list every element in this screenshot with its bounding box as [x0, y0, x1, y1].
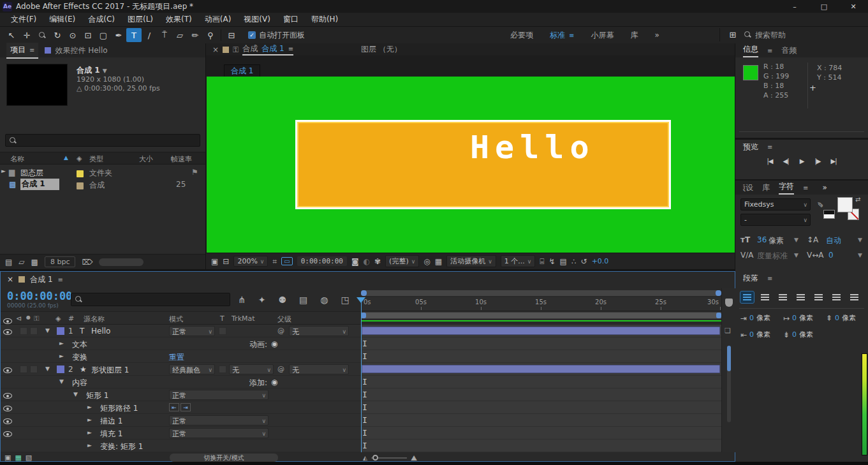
first-frame-button[interactable]: |◀ [765, 158, 775, 165]
property-name[interactable]: 内容 [72, 378, 87, 388]
swap-fill-stroke-icon[interactable]: ⇄ [855, 196, 860, 203]
expand-layer-switches-icon[interactable]: ▣ [4, 454, 11, 462]
align-center-button[interactable] [758, 292, 772, 303]
pen-tool-icon[interactable]: ✒ [111, 28, 126, 42]
sort-ascending-icon[interactable]: ▲ [64, 154, 68, 161]
rotate-tool-icon[interactable]: ↻ [50, 28, 65, 42]
mode-dropdown[interactable]: 正常∨ [169, 326, 215, 336]
column-size[interactable]: 大小 [139, 154, 153, 164]
chevron-down-icon[interactable]: ▼ [794, 237, 798, 243]
tab-character[interactable]: 字符 [779, 181, 794, 195]
panel-menu-icon[interactable]: ≡ [767, 144, 772, 151]
column-t[interactable]: T [220, 314, 224, 323]
workspace-标准[interactable]: 标准≡ [550, 30, 574, 41]
tab-library[interactable]: 库 [762, 182, 770, 193]
indent-left-value[interactable]: 0 [749, 314, 754, 322]
row-track[interactable] [361, 325, 721, 337]
indent-right-value[interactable]: 0 [749, 330, 754, 339]
comp-name[interactable]: 合成 1 ▼ [77, 65, 107, 76]
motion-blur-icon[interactable]: ◍ [320, 295, 328, 305]
reset-link[interactable]: 重置 [169, 352, 184, 363]
comp-subtab[interactable]: 合成 1 [224, 64, 260, 78]
tab-project[interactable]: 项目 ≡ [6, 43, 38, 59]
timeline-vertical-scrollbar[interactable] [727, 346, 731, 422]
twirl-icon[interactable]: ► [87, 404, 92, 410]
draft-3d-icon[interactable]: ✦ [258, 295, 266, 305]
layer-label-chip[interactable] [57, 365, 64, 373]
tab-audio[interactable]: 音频 [781, 45, 797, 56]
path-direction-right-icon[interactable]: ⇥ [180, 403, 191, 411]
close-tab-icon[interactable]: × [212, 45, 219, 54]
workspace-必要项[interactable]: 必要项 [510, 30, 533, 41]
label-column-icon[interactable]: ◈ [55, 314, 61, 323]
indent-first-line-field[interactable]: ↦0像素 [783, 313, 813, 323]
layer-name[interactable]: Hello [91, 327, 110, 336]
eye-icon[interactable] [3, 328, 12, 337]
playhead-handle[interactable] [357, 297, 365, 303]
previous-frame-button[interactable]: ◀| [781, 158, 791, 165]
property-name[interactable]: 变换 [72, 352, 87, 363]
lock-cell[interactable] [30, 327, 38, 335]
toggle-switches-modes-button[interactable]: 切换开关/模式 [170, 454, 278, 462]
fast-previews-icon[interactable]: ↯ [549, 257, 555, 266]
justify-last-left-button[interactable] [794, 292, 807, 303]
roto-brush-tool-icon[interactable]: ✏ [188, 28, 203, 42]
row-track[interactable]: I [361, 414, 721, 427]
region-of-interest-icon[interactable]: ▭ [281, 257, 292, 265]
mode-dropdown[interactable]: 正常∨ [169, 428, 268, 438]
workspace-小屏幕[interactable]: 小屏幕 [591, 30, 614, 41]
work-area-bar[interactable] [361, 313, 721, 318]
tab-effect-controls[interactable]: 效果控件 Hello [41, 43, 111, 58]
space-after-field[interactable]: ⇟0像素 [783, 330, 813, 339]
comp-button-icon[interactable]: ❏ [725, 327, 731, 335]
zoom-in-icon[interactable]: ⛰ [411, 454, 417, 462]
auto-open-panels[interactable]: ✓ 自动打开面板 [248, 30, 305, 41]
justify-last-center-button[interactable] [812, 292, 825, 303]
composition-canvas[interactable]: Hello [207, 77, 735, 253]
menu-item[interactable]: 窗口 [277, 13, 304, 26]
column-source-name[interactable]: 源名称 [84, 314, 105, 324]
row-track[interactable]: I [361, 439, 721, 452]
twirl-icon[interactable]: ▼ [59, 378, 64, 385]
new-folder-icon[interactable]: ▱ [18, 258, 24, 267]
twirl-icon[interactable]: ▼ [73, 391, 78, 397]
project-row-comp[interactable]: ▩ 合成 1 合成 25 [0, 178, 205, 190]
panel-menu-icon[interactable]: ≡ [29, 47, 34, 54]
property-name[interactable]: 描边 1 [100, 416, 122, 427]
snapshot-camera-icon[interactable]: ◙ [351, 257, 359, 266]
bit-depth-button[interactable]: 8 bpc [45, 256, 76, 267]
overflow-icon[interactable]: » [822, 183, 827, 192]
goggles-icon[interactable]: ⌸ [540, 257, 544, 266]
eraser-tool-icon[interactable]: ▱ [172, 28, 188, 42]
time-ruler[interactable]: 0s05s10s15s20s25s30s [361, 297, 721, 311]
camera-dropdown[interactable]: 活动摄像机∨ [446, 255, 496, 267]
twirl-icon[interactable]: ► [87, 429, 92, 436]
grid-options-icon[interactable]: ⌗ [272, 257, 277, 266]
comp-mini-flowchart-icon[interactable]: ⋔ [238, 295, 246, 305]
zoom-out-icon[interactable]: ◭ [363, 455, 367, 461]
kerning-value[interactable]: 度量标准 [757, 251, 788, 262]
indent-first-line-value[interactable]: 0 [792, 314, 797, 322]
font-family-dropdown[interactable]: Fixedsys∨ [740, 198, 811, 210]
property-name[interactable]: 矩形 1 [86, 390, 108, 401]
pan-behind-tool-icon[interactable]: ⊡ [80, 28, 96, 42]
tab-composition[interactable]: 合成 合成 1 ≡ [242, 43, 293, 55]
trash-icon[interactable]: ⌦ [82, 258, 92, 267]
twirl-icon[interactable]: ► [59, 340, 64, 346]
timeline-tab[interactable]: × 合成 1 ≡ [1, 272, 735, 287]
always-preview-icon[interactable]: ▣ [211, 257, 218, 266]
hand-tool-icon[interactable]: ✛ [19, 28, 34, 42]
help-search-input[interactable] [755, 31, 851, 40]
tab-info[interactable]: 信息 [743, 44, 758, 57]
menu-item[interactable]: 动画(A) [199, 13, 237, 26]
justify-last-right-button[interactable] [830, 292, 843, 303]
space-before-field[interactable]: ⇞0像素 [826, 313, 856, 323]
resolution-dropdown[interactable]: (完整)∨ [385, 255, 419, 267]
row-track[interactable]: I [361, 350, 721, 363]
text-layer-hello[interactable]: Hello [470, 129, 595, 166]
preserve-transparency-cell[interactable] [219, 365, 226, 373]
workspace-menu-icon[interactable]: ≡ [569, 32, 574, 39]
auto-open-checkbox[interactable]: ✓ [248, 31, 256, 39]
twirl-icon[interactable]: ► [1, 168, 6, 174]
selection-tool-icon[interactable]: ↖ [4, 28, 19, 42]
